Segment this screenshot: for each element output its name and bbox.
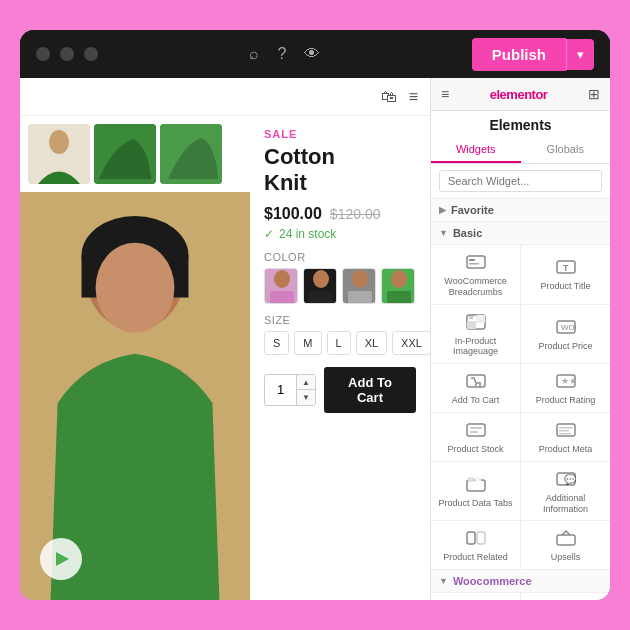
product-meta-label: Product Meta bbox=[539, 444, 593, 455]
product-stock-icon bbox=[462, 419, 490, 441]
menu-icon[interactable]: ≡ bbox=[409, 88, 418, 106]
price-row: $100.00 $120.00 bbox=[264, 205, 416, 223]
thumbnail-2[interactable] bbox=[94, 124, 156, 184]
add-to-cart-icon bbox=[462, 370, 490, 392]
widget-product-image[interactable]: ⊞ In-Product Imageuage bbox=[431, 305, 520, 364]
search-icon[interactable]: ⌕ bbox=[249, 45, 259, 63]
upsells-icon bbox=[552, 527, 580, 549]
svg-rect-20 bbox=[387, 291, 411, 304]
product-image-icon: ⊞ bbox=[462, 311, 490, 333]
panel-hamburger-icon[interactable]: ≡ bbox=[441, 86, 449, 102]
widget-upsells[interactable]: Upsells bbox=[521, 521, 610, 569]
product-title-icon: T bbox=[552, 256, 580, 278]
favorite-section-header[interactable]: ▶ Favorite bbox=[431, 199, 610, 222]
svg-rect-42 bbox=[559, 430, 569, 432]
size-xl[interactable]: XL bbox=[356, 331, 387, 355]
play-button[interactable] bbox=[40, 538, 82, 580]
quantity-up-button[interactable]: ▲ bbox=[297, 375, 315, 391]
product-price-label: Product Price bbox=[538, 341, 592, 352]
sale-badge: SALE bbox=[264, 128, 416, 140]
size-m[interactable]: M bbox=[294, 331, 321, 355]
swatch-green[interactable] bbox=[381, 268, 415, 304]
panel-grid-icon[interactable]: ⊞ bbox=[588, 86, 600, 102]
product-data-tabs-label: Product Data Tabs bbox=[439, 498, 513, 509]
widget-product-stock[interactable]: Product Stock bbox=[431, 413, 520, 461]
publish-button[interactable]: Publish bbox=[472, 38, 566, 71]
svg-rect-27 bbox=[467, 321, 476, 329]
size-xxl[interactable]: XXL bbox=[392, 331, 430, 355]
size-l[interactable]: L bbox=[327, 331, 351, 355]
panel-header: ≡ elementor ⊞ bbox=[431, 78, 610, 111]
panel-search bbox=[431, 164, 610, 199]
elementor-logo: elementor bbox=[490, 87, 548, 102]
second-toolbar: 🛍 ≡ bbox=[20, 78, 430, 116]
current-price: $100.00 bbox=[264, 205, 322, 223]
basic-section-header[interactable]: ▼ Basic bbox=[431, 222, 610, 245]
search-input[interactable] bbox=[439, 170, 602, 192]
svg-rect-39 bbox=[470, 431, 478, 433]
svg-rect-45 bbox=[468, 477, 474, 482]
add-to-cart-label: Add To Cart bbox=[452, 395, 499, 406]
svg-rect-51 bbox=[557, 535, 575, 545]
svg-rect-17 bbox=[348, 291, 372, 304]
top-toolbar: ⌕ ? 👁 Publish ▾ bbox=[20, 30, 610, 78]
svg-rect-28 bbox=[476, 315, 485, 323]
widget-add-to-cart[interactable]: Add To Cart bbox=[431, 364, 520, 412]
svg-text:WOO: WOO bbox=[561, 323, 576, 332]
swatch-dark[interactable] bbox=[303, 268, 337, 304]
svg-text:⊞: ⊞ bbox=[469, 314, 473, 320]
qty-cart-row: 1 ▲ ▼ Add To Cart bbox=[264, 367, 416, 413]
svg-rect-43 bbox=[559, 433, 571, 435]
svg-rect-41 bbox=[559, 427, 573, 429]
panel-title: Elements bbox=[431, 111, 610, 137]
toolbar-left bbox=[36, 47, 98, 61]
svg-rect-22 bbox=[469, 259, 475, 261]
svg-point-33 bbox=[475, 384, 477, 386]
widget-products[interactable]: Products bbox=[431, 593, 520, 600]
woocommerce-pages-icon bbox=[552, 599, 580, 600]
size-s[interactable]: S bbox=[264, 331, 289, 355]
additional-info-label: Additional Information bbox=[525, 493, 606, 515]
toolbar-dot-3 bbox=[84, 47, 98, 61]
product-image-label: In-Product Imageuage bbox=[435, 336, 516, 358]
product-info: SALE Cotton Knit $100.00 $120.00 ✓ 24 in… bbox=[250, 116, 430, 600]
help-icon[interactable]: ? bbox=[277, 45, 286, 63]
add-to-cart-button[interactable]: Add To Cart bbox=[324, 367, 416, 413]
thumbnail-1[interactable] bbox=[28, 124, 90, 184]
widget-product-title[interactable]: T Product Title bbox=[521, 245, 610, 304]
panel-tabs: Widgets Globals bbox=[431, 137, 610, 164]
product-stock-label: Product Stock bbox=[447, 444, 503, 455]
widget-product-price[interactable]: WOO Product Price bbox=[521, 305, 610, 364]
widget-product-related[interactable]: Product Related bbox=[431, 521, 520, 569]
svg-rect-37 bbox=[467, 424, 485, 436]
thumbnail-3[interactable] bbox=[160, 124, 222, 184]
widget-product-rating[interactable]: ★★★ Product Rating bbox=[521, 364, 610, 412]
svg-point-16 bbox=[352, 270, 368, 288]
woocommerce-section-header[interactable]: ▼ Woocommerce bbox=[431, 570, 610, 593]
cart-icon[interactable]: 🛍 bbox=[381, 88, 397, 106]
widget-additional-info[interactable]: 💬 Additional Information bbox=[521, 462, 610, 521]
svg-text:T: T bbox=[563, 263, 569, 273]
check-icon: ✓ bbox=[264, 227, 274, 241]
swatch-gray[interactable] bbox=[342, 268, 376, 304]
product-data-tabs-icon bbox=[462, 473, 490, 495]
panel-section: ▶ Favorite ▼ Basic WooCommerce Breadcrum… bbox=[431, 199, 610, 600]
tab-globals[interactable]: Globals bbox=[521, 137, 611, 163]
breadcrumbs-label: WooCommerce Breadcrumbs bbox=[435, 276, 516, 298]
swatch-pink[interactable] bbox=[264, 268, 298, 304]
publish-dropdown-button[interactable]: ▾ bbox=[566, 39, 594, 70]
product-related-icon bbox=[462, 527, 490, 549]
tab-widgets[interactable]: Widgets bbox=[431, 137, 521, 163]
preview-icon[interactable]: 👁 bbox=[304, 45, 320, 63]
product-title: Cotton Knit bbox=[264, 144, 416, 197]
widget-woocommerce-breadcrumbs[interactable]: WooCommerce Breadcrumbs bbox=[431, 245, 520, 304]
svg-text:💬: 💬 bbox=[564, 473, 576, 486]
product-rating-icon: ★★★ bbox=[552, 370, 580, 392]
color-swatches bbox=[264, 268, 416, 304]
widget-product-data-tabs[interactable]: Product Data Tabs bbox=[431, 462, 520, 521]
stock-row: ✓ 24 in stock bbox=[264, 227, 416, 241]
widget-woocommerce-pages[interactable]: WooCommerce Pages bbox=[521, 593, 610, 600]
quantity-down-button[interactable]: ▼ bbox=[297, 390, 315, 405]
svg-point-34 bbox=[479, 384, 481, 386]
widget-product-meta[interactable]: Product Meta bbox=[521, 413, 610, 461]
